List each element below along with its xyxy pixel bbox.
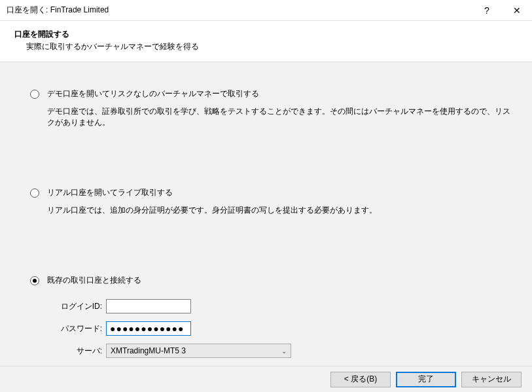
login-input[interactable] [106, 299, 191, 313]
help-icon: ? [484, 5, 489, 16]
header-block: 口座を開設する 実際に取引するかバーチャルマネーで経験を得る [0, 21, 532, 62]
header-title: 口座を開設する [14, 29, 519, 40]
chevron-down-icon: ⌄ [281, 347, 287, 355]
window-title: 口座を開く: FinTrade Limited [7, 5, 472, 16]
radio-existing[interactable] [30, 276, 39, 285]
help-button[interactable]: ? [472, 0, 502, 21]
password-row: パスワード: ●●●●●●●●●●●● [47, 321, 514, 336]
option-demo-row[interactable]: デモ口座を開いてリスクなしのバーチャルマネーで取引する [30, 88, 514, 99]
option-real-row[interactable]: リアル口座を開いてライブ取引する [30, 187, 514, 198]
radio-real[interactable] [30, 188, 39, 198]
footer: < 戻る(B) 完了 キャンセル [0, 366, 532, 392]
server-label: サーバ: [47, 346, 102, 357]
option-existing: 既存の取引口座と接続する ログインID: パスワード: ●●●●●●●●●●●●… [30, 275, 514, 358]
option-real-label: リアル口座を開いてライブ取引する [47, 187, 173, 198]
server-select[interactable]: XMTradingMU-MT5 3 ⌄ [106, 344, 291, 358]
header-subtitle: 実際に取引するかバーチャルマネーで経験を得る [14, 41, 519, 52]
server-select-value: XMTradingMU-MT5 3 [111, 346, 281, 355]
titlebar-controls: ? ✕ [472, 0, 532, 21]
close-icon: ✕ [513, 5, 521, 16]
option-demo-desc: デモ口座では、証券取引所での取引を学び、戦略をテストすることができます。その間に… [30, 106, 514, 128]
dialog-window: 口座を開く: FinTrade Limited ? ✕ 口座を開設する 実際に取… [0, 0, 532, 392]
password-label: パスワード: [47, 323, 102, 334]
form-area: ログインID: パスワード: ●●●●●●●●●●●● サーバ: XMTradi… [30, 299, 514, 358]
option-existing-label: 既存の取引口座と接続する [47, 275, 141, 286]
back-button[interactable]: < 戻る(B) [330, 372, 391, 387]
option-existing-row[interactable]: 既存の取引口座と接続する [30, 275, 514, 286]
password-input[interactable]: ●●●●●●●●●●●● [106, 321, 191, 336]
option-demo: デモ口座を開いてリスクなしのバーチャルマネーで取引する デモ口座では、証券取引所… [30, 88, 514, 128]
close-button[interactable]: ✕ [502, 0, 532, 21]
option-real-desc: リアル口座では、追加の身分証明が必要です。身分証明書の写しを提出する必要がありま… [30, 205, 514, 216]
titlebar: 口座を開く: FinTrade Limited ? ✕ [0, 0, 532, 21]
body-area: デモ口座を開いてリスクなしのバーチャルマネーで取引する デモ口座では、証券取引所… [0, 62, 532, 366]
password-mask: ●●●●●●●●●●●● [110, 323, 184, 334]
option-demo-label: デモ口座を開いてリスクなしのバーチャルマネーで取引する [47, 88, 259, 99]
server-row: サーバ: XMTradingMU-MT5 3 ⌄ [47, 344, 514, 358]
finish-button[interactable]: 完了 [396, 372, 456, 387]
radio-demo[interactable] [30, 90, 39, 99]
cancel-button[interactable]: キャンセル [461, 372, 522, 387]
login-label: ログインID: [47, 301, 102, 312]
option-real: リアル口座を開いてライブ取引する リアル口座では、追加の身分証明が必要です。身分… [30, 187, 514, 216]
login-row: ログインID: [47, 299, 514, 313]
